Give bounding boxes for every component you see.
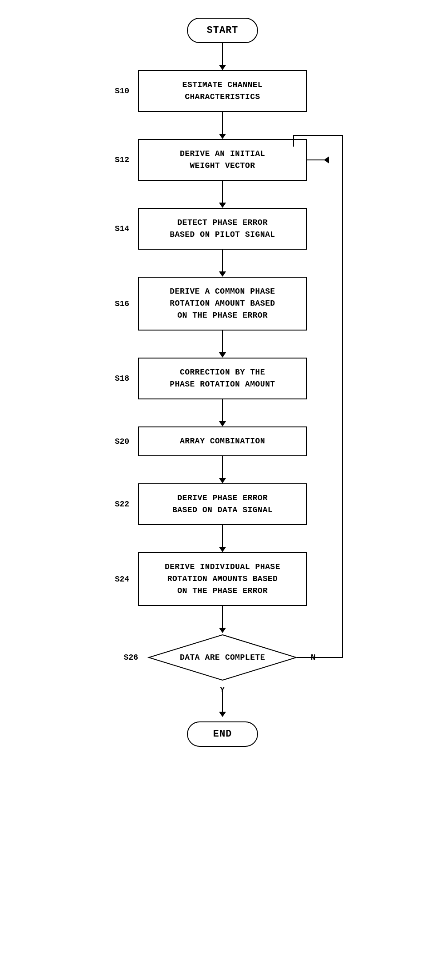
s26-decision: DATA ARE COMPLETE N Y [147,633,298,682]
arrowhead-9 [219,628,226,633]
s16-process: DERIVE A COMMON PHASE ROTATION AMOUNT BA… [138,277,307,331]
arrowhead-6 [219,421,226,426]
arrowhead-7 [219,478,226,483]
arrow-s16-s18 [222,331,223,353]
s14-label: S14 [98,224,129,233]
s22-label: S22 [98,500,129,509]
arrowhead-1 [219,65,226,70]
s24-label: S24 [98,575,129,584]
s16-label: S16 [98,299,129,308]
arrowhead-4 [219,271,226,277]
arrow-y-end [222,694,223,712]
arrowhead-8 [219,547,226,552]
s14-process: DETECT PHASE ERROR BASED ON PILOT SIGNAL [138,208,307,250]
s20-label: S20 [98,437,129,446]
s12-row: S12 DERIVE AN INITIAL WEIGHT VECTOR [138,139,307,181]
y-label: Y [220,685,225,694]
s22-process: DERIVE PHASE ERROR BASED ON DATA SIGNAL [138,483,307,525]
arrow-s10-s12 [222,112,223,134]
arrow-s14-s16 [222,250,223,272]
s20-process: ARRAY COMBINATION [138,426,307,456]
n-label: N [311,653,316,662]
flowchart: START S10 ESTIMATE CHANNEL CHARACTERISTI… [0,0,445,765]
s10-process: ESTIMATE CHANNEL CHARACTERISTICS [138,70,307,112]
s22-row: S22 DERIVE PHASE ERROR BASED ON DATA SIG… [138,483,307,525]
s10-row: S10 ESTIMATE CHANNEL CHARACTERISTICS [138,70,307,112]
s16-row: S16 DERIVE A COMMON PHASE ROTATION AMOUN… [138,277,307,331]
arrow-s24-s26 [222,606,223,628]
s12-label: S12 [98,155,129,164]
arrowhead-5 [219,352,226,358]
s18-process: CORRECTION BY THE PHASE ROTATION AMOUNT [138,358,307,399]
s10-label: S10 [98,87,129,96]
end-terminal: END [187,721,258,747]
arrow-s20-s22 [222,456,223,478]
s18-label: S18 [98,374,129,383]
s14-row: S14 DETECT PHASE ERROR BASED ON PILOT SI… [138,208,307,250]
end-terminal-row: END [187,721,258,747]
s24-process: DERIVE INDIVIDUAL PHASE ROTATION AMOUNTS… [138,552,307,606]
arrow-s12-s14 [222,181,223,203]
s18-row: S18 CORRECTION BY THE PHASE ROTATION AMO… [138,358,307,399]
s26-decision-area: S26 DATA ARE COMPLETE N Y [67,633,378,682]
s12-process: DERIVE AN INITIAL WEIGHT VECTOR [138,139,307,181]
start-terminal: START [187,18,258,43]
arrow-start-s10 [222,43,223,65]
arrowhead-10 [219,712,226,717]
s26-label: S26 [107,653,138,662]
arrowhead-2 [219,134,226,139]
s26-row: S26 DATA ARE COMPLETE N Y [147,633,298,682]
s26-decision-text: DATA ARE COMPLETE [180,653,265,662]
s24-row: S24 DERIVE INDIVIDUAL PHASE ROTATION AMO… [138,552,307,606]
arrow-s22-s24 [222,525,223,547]
arrowhead-3 [219,203,226,208]
feedback-arrowhead [324,156,329,163]
start-terminal-row: START [187,18,258,43]
s20-row: S20 ARRAY COMBINATION [138,426,307,456]
arrow-s18-s20 [222,399,223,422]
s12-feedback-container: S12 DERIVE AN INITIAL WEIGHT VECTOR [89,139,356,181]
